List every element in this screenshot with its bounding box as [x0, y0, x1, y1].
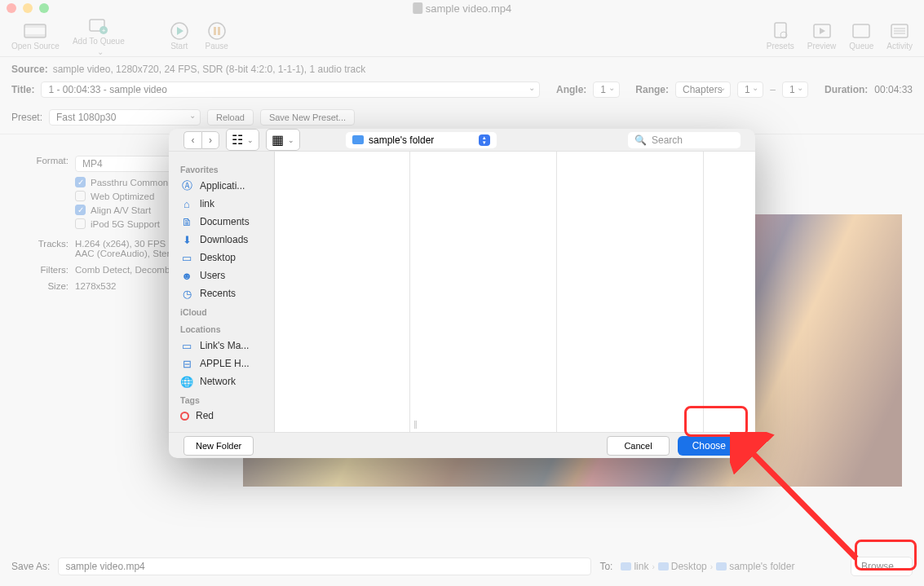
sidebar-item-network[interactable]: 🌐Network	[174, 372, 269, 390]
view-grid-button[interactable]: ▦⌄	[266, 129, 300, 151]
chevron-down-icon: ⌄	[288, 136, 294, 144]
pause-icon	[205, 22, 229, 40]
range-mode-select[interactable]: Chapters	[675, 82, 731, 98]
column-browser[interactable]: ‖	[275, 152, 755, 432]
angle-label: Angle:	[556, 84, 586, 95]
window-title-text: sample video.mp4	[426, 2, 512, 15]
page-title: sample video.mp4	[413, 2, 512, 15]
svg-rect-1	[24, 24, 46, 28]
duration-label: Duration:	[825, 84, 868, 95]
queue-icon	[849, 22, 873, 40]
forward-button[interactable]: ›	[201, 131, 219, 149]
document-icon	[413, 2, 422, 14]
svg-point-8	[209, 23, 225, 39]
close-icon[interactable]	[7, 3, 16, 13]
start-button[interactable]: Start	[161, 22, 198, 51]
filmstrip-icon	[23, 22, 47, 40]
new-folder-button[interactable]: New Folder	[183, 436, 254, 456]
browser-column[interactable]	[422, 152, 557, 432]
svg-rect-15	[853, 24, 869, 37]
sidebar-item-mac[interactable]: ▭Link's Ma...	[174, 337, 269, 355]
browse-button[interactable]: Browse...	[851, 557, 913, 576]
nav-history[interactable]: ‹ ›	[183, 131, 219, 149]
search-input[interactable]: 🔍 Search	[628, 132, 741, 148]
preview-button[interactable]: Preview	[801, 22, 843, 51]
add-queue-button[interactable]: + Add To Queue⌄	[66, 17, 131, 56]
sidebar-item-downloads[interactable]: ⬇Downloads	[174, 231, 269, 249]
browser-column[interactable]	[568, 152, 704, 432]
angle-select[interactable]: 1	[593, 82, 619, 98]
app-icon: Ⓐ	[180, 179, 193, 192]
column-resize-handle[interactable]	[557, 152, 568, 432]
format-select[interactable]: MP4	[75, 156, 179, 172]
window-controls[interactable]	[7, 3, 49, 13]
stepper-icon: ▴▾	[479, 134, 490, 146]
reload-button[interactable]: Reload	[207, 109, 254, 126]
clock-icon: ◷	[180, 287, 193, 300]
column-resize-handle[interactable]: ‖	[410, 152, 422, 432]
sidebar-item-desktop[interactable]: ▭Desktop	[174, 249, 269, 267]
preset-label: Preset:	[11, 112, 42, 123]
sidebar-item-recents[interactable]: ◷Recents	[174, 284, 269, 302]
file-picker-sheet: ‹ › ☷⌄ ▦⌄ sample's folder ▴▾ 🔍 Search Fa…	[169, 129, 755, 458]
search-icon: 🔍	[634, 134, 647, 146]
folder-icon	[621, 562, 631, 571]
path-popup[interactable]: sample's folder ▴▾	[346, 132, 497, 148]
finder-sidebar: Favorites ⒶApplicati... ⌂link 🗎Documents…	[169, 152, 275, 432]
svg-text:+: +	[101, 27, 105, 34]
columns-icon: ☷	[232, 132, 243, 148]
range-from-select[interactable]: 1	[737, 82, 763, 98]
size-label: Size:	[31, 281, 69, 291]
checkbox-align[interactable]: ✓	[75, 205, 86, 215]
saveas-input[interactable]	[58, 557, 591, 575]
save-preset-button[interactable]: Save New Preset...	[260, 109, 355, 126]
sidebar-item-users[interactable]: ☻Users	[174, 267, 269, 284]
browser-column[interactable]	[715, 152, 755, 432]
title-label: Title:	[11, 84, 34, 95]
view-columns-button[interactable]: ☷⌄	[226, 129, 259, 151]
open-source-button[interactable]: Open Source	[5, 17, 66, 56]
activity-button[interactable]: Activity	[880, 22, 919, 51]
saveas-label: Save As:	[11, 561, 50, 572]
sidebar-item-link[interactable]: ⌂link	[174, 195, 269, 213]
download-icon: ⬇	[180, 233, 193, 246]
cancel-button[interactable]: Cancel	[607, 436, 669, 456]
maximize-icon[interactable]	[39, 3, 49, 13]
duration-value: 00:04:33	[874, 84, 913, 95]
activity-icon	[887, 22, 912, 40]
svg-rect-2	[24, 34, 46, 37]
sidebar-tag-red[interactable]: Red	[174, 408, 269, 424]
source-value: sample video, 1280x720, 24 FPS, SDR (8-b…	[53, 64, 366, 75]
sidebar-item-applications[interactable]: ⒶApplicati...	[174, 177, 269, 195]
presets-button[interactable]: Presets	[760, 22, 801, 51]
checkbox-passthru[interactable]: ✓	[75, 177, 86, 187]
chevron-down-icon: ⌄	[97, 47, 104, 56]
preview-icon	[810, 22, 834, 40]
browser-column[interactable]	[275, 152, 410, 432]
preset-select[interactable]: Fast 1080p30	[49, 109, 201, 126]
checkbox-ipod[interactable]	[75, 218, 86, 229]
sidebar-item-hdd[interactable]: ⊟APPLE H...	[174, 355, 269, 372]
range-to-select[interactable]: 1	[782, 82, 808, 98]
source-label: Source:	[11, 64, 48, 75]
document-gear-icon	[768, 22, 793, 40]
tag-icon	[180, 412, 189, 421]
tracks-label: Tracks:	[31, 239, 69, 249]
chevron-down-icon: ⌄	[247, 136, 254, 144]
minimize-icon[interactable]	[23, 3, 33, 13]
choose-button[interactable]: Choose	[678, 436, 741, 456]
document-icon: 🗎	[180, 215, 193, 228]
pause-button[interactable]: Pause	[198, 22, 236, 51]
back-button[interactable]: ‹	[183, 131, 201, 149]
svg-rect-10	[218, 27, 220, 35]
queue-button[interactable]: Queue	[842, 22, 880, 51]
range-label: Range:	[635, 84, 669, 95]
svg-marker-7	[177, 27, 183, 35]
breadcrumb[interactable]: link› Desktop› sample's folder	[621, 561, 794, 572]
sidebar-item-documents[interactable]: 🗎Documents	[174, 213, 269, 231]
globe-icon: 🌐	[180, 375, 193, 388]
title-select[interactable]: 1 - 00:04:33 - sample video	[41, 82, 540, 98]
checkbox-web[interactable]	[75, 191, 86, 201]
filters-label: Filters:	[31, 265, 69, 275]
column-resize-handle[interactable]	[704, 152, 715, 432]
